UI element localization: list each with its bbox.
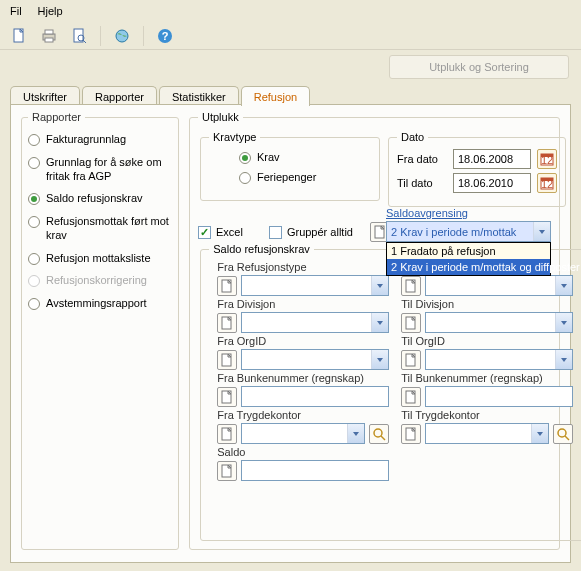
excel-checkbox[interactable]: Excel <box>198 226 243 239</box>
radio-icon <box>28 193 40 205</box>
dropdown-option-2[interactable]: 2 Krav i periode m/mottak og diffposter <box>387 259 550 275</box>
globe-icon[interactable] <box>111 25 133 47</box>
radio-label: Fakturagrunnlag <box>46 133 126 147</box>
svg-rect-3 <box>45 38 53 42</box>
radio-label: Avstemmingsrapport <box>46 297 147 311</box>
tab-refusjon[interactable]: Refusjon <box>241 86 310 106</box>
chevron-down-icon <box>371 350 388 369</box>
til-dato-input[interactable] <box>453 173 531 193</box>
radio-krav[interactable]: Krav <box>239 151 371 165</box>
til-divisjon-label: Til Divisjon <box>401 298 573 310</box>
saldo-input[interactable] <box>241 460 389 481</box>
radio-icon <box>28 253 40 265</box>
til-dato-calendar-button[interactable]: 12 <box>537 173 557 193</box>
til-trygd-browse[interactable] <box>401 424 421 444</box>
saldo-fs-legend: Saldo refusjonskrav <box>209 243 314 255</box>
svg-line-27 <box>381 436 385 440</box>
radio-icon <box>28 275 40 287</box>
radio-icon <box>239 172 251 184</box>
fra-refusjonstype-browse[interactable] <box>217 276 237 296</box>
radio-saldo-refusjonskrav[interactable]: Saldo refusjonskrav <box>28 192 172 206</box>
til-bunk-input[interactable] <box>425 386 573 407</box>
svg-point-29 <box>558 429 566 437</box>
main-panel: Rapporter Fakturagrunnlag Grunnlag for å… <box>10 104 571 563</box>
til-divisjon-browse[interactable] <box>401 313 421 333</box>
radio-label: Refusjonsmottak ført mot krav <box>46 215 172 243</box>
til-orgid-browse[interactable] <box>401 350 421 370</box>
fra-bunk-input[interactable] <box>241 386 389 407</box>
til-orgid-label: Til OrgID <box>401 335 573 347</box>
fra-divisjon-browse[interactable] <box>217 313 237 333</box>
til-trygd-combo[interactable] <box>425 423 549 444</box>
menu-hjelp[interactable]: Hjelp <box>38 5 63 17</box>
saldoavgrensing-combo[interactable]: 2 Krav i periode m/mottak <box>386 221 551 242</box>
radio-feriepenger[interactable]: Feriepenger <box>239 171 371 185</box>
radio-refusjonsmottak[interactable]: Refusjonsmottak ført mot krav <box>28 215 172 243</box>
fra-divisjon-label: Fra Divisjon <box>217 298 389 310</box>
toolbar-divider <box>100 26 101 46</box>
menu-fil[interactable]: Fil <box>10 5 22 17</box>
fra-dato-input[interactable] <box>453 149 531 169</box>
til-trygd-search[interactable] <box>553 424 573 444</box>
chevron-down-icon <box>371 276 388 295</box>
utplukk-fieldset: Utplukk Kravtype Krav Feriepenger Dato F… <box>189 111 560 550</box>
tab-statistikker[interactable]: Statistikker <box>159 86 239 106</box>
til-dato-label: Til dato <box>397 177 447 189</box>
fra-bunk-browse[interactable] <box>217 387 237 407</box>
chevron-down-icon <box>555 276 572 295</box>
radio-fakturagrunnlag[interactable]: Fakturagrunnlag <box>28 133 172 147</box>
radio-refusjonskorrigering: Refusjonskorrigering <box>28 274 172 288</box>
fra-trygd-browse[interactable] <box>217 424 237 444</box>
til-refusjonstype-browse[interactable] <box>401 276 421 296</box>
checkbox-icon <box>269 226 282 239</box>
fra-divisjon-combo[interactable] <box>241 312 389 333</box>
preview-icon[interactable] <box>68 25 90 47</box>
radio-avstemmingsrapport[interactable]: Avstemmingsrapport <box>28 297 172 311</box>
utplukk-sortering-button[interactable]: Utplukk og Sortering <box>389 55 569 79</box>
fra-trygd-combo[interactable] <box>241 423 365 444</box>
saldo-label: Saldo <box>217 446 389 458</box>
fra-orgid-browse[interactable] <box>217 350 237 370</box>
til-divisjon-combo[interactable] <box>425 312 573 333</box>
print-icon[interactable] <box>38 25 60 47</box>
page-icon[interactable] <box>8 25 30 47</box>
svg-point-26 <box>374 429 382 437</box>
til-trygd-label: Til Trygdekontor <box>401 409 573 421</box>
svg-text:?: ? <box>162 30 169 42</box>
radio-label: Grunnlag for å søke om fritak fra AGP <box>46 156 172 184</box>
saldoavgrensing-link[interactable]: Saldoavgrensing <box>386 207 468 219</box>
radio-icon <box>28 157 40 169</box>
til-orgid-combo[interactable] <box>425 349 573 370</box>
checkbox-icon <box>198 226 211 239</box>
radio-label: Feriepenger <box>257 171 316 185</box>
til-bunk-browse[interactable] <box>401 387 421 407</box>
rapporter-fieldset: Rapporter Fakturagrunnlag Grunnlag for å… <box>21 111 179 550</box>
kravtype-legend: Kravtype <box>209 131 260 143</box>
fra-orgid-combo[interactable] <box>241 349 389 370</box>
fra-refusjonstype-label: Fra Refusjonstype <box>217 261 389 273</box>
radio-label: Saldo refusjonskrav <box>46 192 143 206</box>
chevron-down-icon <box>531 424 548 443</box>
help-icon[interactable]: ? <box>154 25 176 47</box>
chevron-down-icon <box>555 313 572 332</box>
saldo-browse[interactable] <box>217 461 237 481</box>
combo-value: 2 Krav i periode m/mottak <box>387 224 533 240</box>
radio-grunnlag-fritak[interactable]: Grunnlag for å søke om fritak fra AGP <box>28 156 172 184</box>
radio-label: Refusjon mottaksliste <box>46 252 151 266</box>
saldoavgrensing-dropdown[interactable]: 1 Fradato på refusjon 2 Krav i periode m… <box>386 242 551 276</box>
radio-refusjon-mottaksliste[interactable]: Refusjon mottaksliste <box>28 252 172 266</box>
til-bunk-label: Til Bunkenummer (regnskap) <box>401 372 573 384</box>
fra-dato-calendar-button[interactable]: 12 <box>537 149 557 169</box>
grupper-checkbox[interactable]: Gruppér alltid <box>269 226 353 239</box>
fra-refusjonstype-combo[interactable] <box>241 275 389 296</box>
tab-rapporter[interactable]: Rapporter <box>82 86 157 106</box>
fra-trygd-search[interactable] <box>369 424 389 444</box>
fra-dato-label: Fra dato <box>397 153 447 165</box>
til-refusjonstype-combo[interactable] <box>425 275 573 296</box>
chevron-down-icon <box>533 222 550 241</box>
radio-icon <box>239 152 251 164</box>
dropdown-option-1[interactable]: 1 Fradato på refusjon <box>387 243 550 259</box>
chevron-down-icon <box>347 424 364 443</box>
tab-utskrifter[interactable]: Utskrifter <box>10 86 80 106</box>
fra-orgid-label: Fra OrgID <box>217 335 389 347</box>
